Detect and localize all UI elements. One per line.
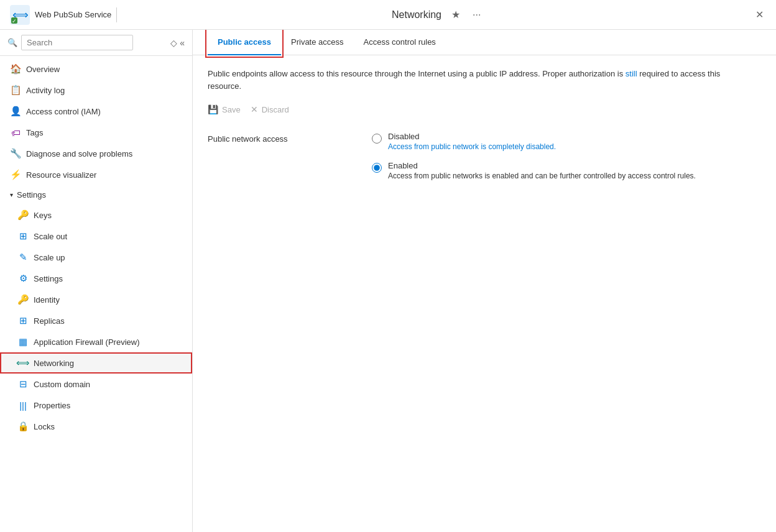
sidebar-item-label-activity-log: Activity log	[26, 86, 65, 95]
sidebar-item-label-app-firewall: Application Firewall (Preview)	[34, 337, 140, 347]
radio-disabled-label: Disabled Access from public network is c…	[388, 132, 556, 151]
sidebar-item-label-overview: Overview	[26, 65, 60, 74]
sidebar-item-label-properties: Properties	[34, 401, 70, 410]
settings-section-header[interactable]: ▾ Settings	[0, 185, 192, 204]
sidebar-item-label-custom-domain: Custom domain	[34, 380, 90, 389]
sidebar-item-label-networking: Networking	[34, 359, 74, 368]
service-icon: ⟺ ✓	[10, 5, 30, 25]
discard-label: Discard	[262, 105, 289, 114]
sidebar-item-scale-up[interactable]: ✎ Scale up	[0, 247, 192, 268]
radio-option-disabled: Disabled Access from public network is c…	[372, 132, 696, 151]
discard-button[interactable]: ✕ Discard	[251, 102, 289, 117]
sidebar-item-label-replicas: Replicas	[34, 316, 65, 326]
radio-enabled-title: Enabled	[388, 161, 696, 170]
sidebar-item-overview[interactable]: 🏠 Overview	[0, 58, 192, 80]
tab-private-access[interactable]: Private access	[281, 30, 354, 55]
radio-enabled-desc: Access from public networks is enabled a…	[388, 172, 696, 180]
tab-private-access-label: Private access	[291, 37, 344, 47]
save-button[interactable]: 💾 Save	[208, 102, 241, 117]
tab-public-access[interactable]: Public access	[208, 30, 281, 55]
sidebar-item-label-settings: Settings	[34, 274, 63, 283]
sidebar-item-resource-visualizer[interactable]: ⚡ Resource visualizer	[0, 164, 192, 185]
sidebar-item-label-identity: Identity	[34, 295, 60, 305]
sidebar-item-access-control[interactable]: 👤 Access control (IAM)	[0, 101, 192, 122]
settings-section-label: Settings	[17, 190, 46, 200]
sidebar-item-label-scale-up: Scale up	[34, 253, 65, 262]
custom-domain-icon: ⊟	[17, 378, 29, 390]
favorite-button[interactable]: ★	[449, 6, 463, 23]
sidebar-item-keys[interactable]: 🔑 Keys	[0, 204, 192, 226]
main-layout: 🔍 ◇ « 🏠 Overview 📋 Activity log 👤 Access…	[0, 30, 776, 532]
app-firewall-icon: ▦	[17, 336, 29, 347]
resource-visualizer-icon: ⚡	[10, 169, 21, 180]
locks-icon: 🔒	[17, 421, 29, 432]
network-access-radio-group: Disabled Access from public network is c…	[372, 132, 696, 180]
replicas-icon: ⊞	[17, 315, 29, 326]
sidebar-item-custom-domain[interactable]: ⊟ Custom domain	[0, 374, 192, 395]
sidebar-item-networking[interactable]: ⟺ Networking	[0, 352, 192, 374]
sidebar-item-label-tags: Tags	[26, 128, 43, 137]
sidebar-item-label-locks: Locks	[34, 422, 55, 431]
settings-chevron-icon: ▾	[10, 191, 13, 198]
sidebar-item-label-diagnose: Diagnose and solve problems	[26, 149, 132, 158]
sidebar-item-locks[interactable]: 🔒 Locks	[0, 416, 192, 437]
sidebar: 🔍 ◇ « 🏠 Overview 📋 Activity log 👤 Access…	[0, 30, 193, 532]
overview-icon: 🏠	[10, 63, 21, 75]
network-access-row: Public network access Disabled Access fr…	[208, 132, 761, 180]
sidebar-item-app-firewall[interactable]: ▦ Application Firewall (Preview)	[0, 331, 192, 352]
settings-icon: ⚙	[17, 273, 29, 284]
radio-disabled-title: Disabled	[388, 132, 556, 141]
sidebar-item-label-keys: Keys	[34, 211, 52, 220]
more-options-button[interactable]: ···	[470, 7, 483, 23]
sidebar-item-activity-log[interactable]: 📋 Activity log	[0, 80, 192, 101]
identity-icon: 🔑	[17, 294, 29, 305]
diagnose-icon: 🔧	[10, 148, 21, 159]
title-separator	[116, 7, 117, 22]
sidebar-item-label-resource-visualizer: Resource visualizer	[26, 170, 96, 180]
svg-text:✓: ✓	[12, 18, 17, 24]
sidebar-item-replicas[interactable]: ⊞ Replicas	[0, 310, 192, 331]
activity-log-icon: 📋	[10, 85, 21, 96]
scale-up-icon: ✎	[17, 252, 29, 263]
content-area: Public access Private access Access cont…	[193, 30, 776, 532]
content-body: Public endpoints allow access to this re…	[193, 55, 776, 532]
tabs-bar: Public access Private access Access cont…	[193, 30, 776, 55]
discard-icon: ✕	[251, 104, 258, 114]
tags-icon: 🏷	[10, 127, 21, 138]
tab-access-control-rules[interactable]: Access control rules	[354, 30, 446, 55]
title-bar-right: ✕	[753, 6, 766, 23]
service-header: ⟺ ✓ Web PubSub Service	[10, 5, 111, 25]
access-control-icon: 👤	[10, 106, 21, 117]
save-label: Save	[222, 105, 241, 114]
scale-out-icon: ⊞	[17, 231, 29, 242]
sidebar-item-diagnose[interactable]: 🔧 Diagnose and solve problems	[0, 143, 192, 164]
sidebar-nav: 🏠 Overview 📋 Activity log 👤 Access contr…	[0, 56, 192, 532]
sidebar-item-label-access-control: Access control (IAM)	[26, 107, 101, 116]
search-input[interactable]	[21, 35, 133, 50]
radio-disabled-desc: Access from public network is completely…	[388, 142, 556, 151]
radio-enabled-label: Enabled Access from public networks is e…	[388, 161, 696, 180]
page-title: Networking	[392, 9, 441, 21]
description-link[interactable]: still	[626, 69, 637, 78]
radio-option-enabled: Enabled Access from public networks is e…	[372, 161, 696, 180]
radio-enabled-input[interactable]	[372, 163, 382, 173]
networking-icon: ⟺	[17, 357, 29, 369]
network-access-label: Public network access	[208, 132, 357, 144]
tab-public-access-label: Public access	[218, 37, 271, 47]
sidebar-item-properties[interactable]: ||| Properties	[0, 395, 192, 416]
tab-access-control-rules-label: Access control rules	[364, 37, 436, 47]
sidebar-item-settings[interactable]: ⚙ Settings	[0, 268, 192, 289]
service-name: Web PubSub Service	[35, 10, 111, 19]
filter-button[interactable]: ◇	[170, 38, 177, 48]
sidebar-item-scale-out[interactable]: ⊞ Scale out	[0, 226, 192, 247]
sidebar-item-tags[interactable]: 🏷 Tags	[0, 122, 192, 143]
sidebar-controls: ◇ «	[170, 38, 185, 48]
radio-disabled-input[interactable]	[372, 134, 382, 144]
properties-icon: |||	[17, 400, 29, 411]
collapse-button[interactable]: «	[180, 38, 185, 48]
toolbar: 💾 Save ✕ Discard	[208, 102, 761, 117]
keys-icon: 🔑	[17, 209, 29, 221]
save-icon: 💾	[208, 104, 218, 114]
close-button[interactable]: ✕	[753, 6, 766, 23]
sidebar-item-identity[interactable]: 🔑 Identity	[0, 289, 192, 310]
